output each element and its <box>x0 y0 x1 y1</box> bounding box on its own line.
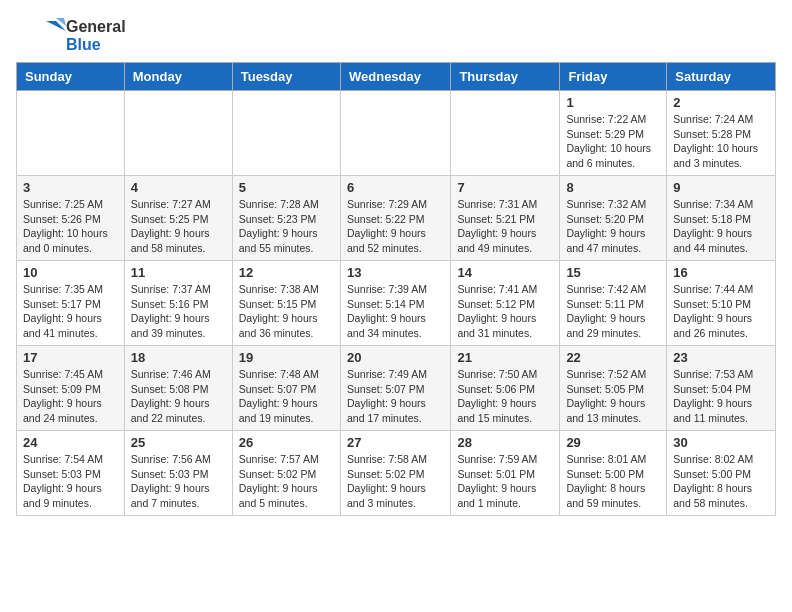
day-info: Sunrise: 7:54 AM Sunset: 5:03 PM Dayligh… <box>23 452 118 511</box>
day-number: 23 <box>673 350 769 365</box>
day-number: 19 <box>239 350 334 365</box>
day-number: 7 <box>457 180 553 195</box>
weekday-header-monday: Monday <box>124 63 232 91</box>
calendar-cell: 11Sunrise: 7:37 AM Sunset: 5:16 PM Dayli… <box>124 261 232 346</box>
day-info: Sunrise: 7:59 AM Sunset: 5:01 PM Dayligh… <box>457 452 553 511</box>
day-number: 12 <box>239 265 334 280</box>
day-number: 17 <box>23 350 118 365</box>
day-info: Sunrise: 7:32 AM Sunset: 5:20 PM Dayligh… <box>566 197 660 256</box>
day-number: 30 <box>673 435 769 450</box>
calendar-cell: 22Sunrise: 7:52 AM Sunset: 5:05 PM Dayli… <box>560 346 667 431</box>
day-number: 27 <box>347 435 444 450</box>
day-info: Sunrise: 7:34 AM Sunset: 5:18 PM Dayligh… <box>673 197 769 256</box>
day-number: 11 <box>131 265 226 280</box>
weekday-header-saturday: Saturday <box>667 63 776 91</box>
calendar-cell <box>340 91 450 176</box>
day-number: 5 <box>239 180 334 195</box>
day-info: Sunrise: 7:53 AM Sunset: 5:04 PM Dayligh… <box>673 367 769 426</box>
calendar-cell <box>17 91 125 176</box>
calendar-cell <box>232 91 340 176</box>
weekday-header-wednesday: Wednesday <box>340 63 450 91</box>
logo-blue: Blue <box>66 36 126 54</box>
day-number: 8 <box>566 180 660 195</box>
day-info: Sunrise: 7:28 AM Sunset: 5:23 PM Dayligh… <box>239 197 334 256</box>
weekday-header-tuesday: Tuesday <box>232 63 340 91</box>
calendar-cell: 12Sunrise: 7:38 AM Sunset: 5:15 PM Dayli… <box>232 261 340 346</box>
day-number: 3 <box>23 180 118 195</box>
day-info: Sunrise: 7:56 AM Sunset: 5:03 PM Dayligh… <box>131 452 226 511</box>
week-row-1: 1Sunrise: 7:22 AM Sunset: 5:29 PM Daylig… <box>17 91 776 176</box>
calendar-cell: 29Sunrise: 8:01 AM Sunset: 5:00 PM Dayli… <box>560 431 667 516</box>
calendar-cell: 9Sunrise: 7:34 AM Sunset: 5:18 PM Daylig… <box>667 176 776 261</box>
day-info: Sunrise: 7:48 AM Sunset: 5:07 PM Dayligh… <box>239 367 334 426</box>
day-info: Sunrise: 7:38 AM Sunset: 5:15 PM Dayligh… <box>239 282 334 341</box>
calendar-cell: 24Sunrise: 7:54 AM Sunset: 5:03 PM Dayli… <box>17 431 125 516</box>
logo-general: General <box>66 18 126 36</box>
day-info: Sunrise: 7:57 AM Sunset: 5:02 PM Dayligh… <box>239 452 334 511</box>
weekday-header-friday: Friday <box>560 63 667 91</box>
logo-icon <box>16 16 66 56</box>
calendar-cell: 15Sunrise: 7:42 AM Sunset: 5:11 PM Dayli… <box>560 261 667 346</box>
day-info: Sunrise: 7:46 AM Sunset: 5:08 PM Dayligh… <box>131 367 226 426</box>
weekday-header-thursday: Thursday <box>451 63 560 91</box>
day-info: Sunrise: 7:42 AM Sunset: 5:11 PM Dayligh… <box>566 282 660 341</box>
day-number: 14 <box>457 265 553 280</box>
day-info: Sunrise: 7:44 AM Sunset: 5:10 PM Dayligh… <box>673 282 769 341</box>
calendar-cell: 25Sunrise: 7:56 AM Sunset: 5:03 PM Dayli… <box>124 431 232 516</box>
day-info: Sunrise: 8:01 AM Sunset: 5:00 PM Dayligh… <box>566 452 660 511</box>
week-row-2: 3Sunrise: 7:25 AM Sunset: 5:26 PM Daylig… <box>17 176 776 261</box>
day-info: Sunrise: 7:52 AM Sunset: 5:05 PM Dayligh… <box>566 367 660 426</box>
day-info: Sunrise: 7:25 AM Sunset: 5:26 PM Dayligh… <box>23 197 118 256</box>
day-number: 18 <box>131 350 226 365</box>
day-number: 21 <box>457 350 553 365</box>
calendar-cell <box>124 91 232 176</box>
day-number: 9 <box>673 180 769 195</box>
logo: GeneralBlue <box>16 16 126 56</box>
calendar-cell: 20Sunrise: 7:49 AM Sunset: 5:07 PM Dayli… <box>340 346 450 431</box>
calendar-cell: 10Sunrise: 7:35 AM Sunset: 5:17 PM Dayli… <box>17 261 125 346</box>
day-number: 16 <box>673 265 769 280</box>
day-number: 25 <box>131 435 226 450</box>
day-number: 29 <box>566 435 660 450</box>
calendar-cell: 28Sunrise: 7:59 AM Sunset: 5:01 PM Dayli… <box>451 431 560 516</box>
calendar-cell: 19Sunrise: 7:48 AM Sunset: 5:07 PM Dayli… <box>232 346 340 431</box>
calendar-cell: 3Sunrise: 7:25 AM Sunset: 5:26 PM Daylig… <box>17 176 125 261</box>
day-number: 10 <box>23 265 118 280</box>
calendar-cell: 16Sunrise: 7:44 AM Sunset: 5:10 PM Dayli… <box>667 261 776 346</box>
day-number: 24 <box>23 435 118 450</box>
day-info: Sunrise: 7:39 AM Sunset: 5:14 PM Dayligh… <box>347 282 444 341</box>
day-info: Sunrise: 7:31 AM Sunset: 5:21 PM Dayligh… <box>457 197 553 256</box>
calendar-cell: 14Sunrise: 7:41 AM Sunset: 5:12 PM Dayli… <box>451 261 560 346</box>
day-number: 28 <box>457 435 553 450</box>
day-info: Sunrise: 7:22 AM Sunset: 5:29 PM Dayligh… <box>566 112 660 171</box>
day-info: Sunrise: 7:41 AM Sunset: 5:12 PM Dayligh… <box>457 282 553 341</box>
day-info: Sunrise: 8:02 AM Sunset: 5:00 PM Dayligh… <box>673 452 769 511</box>
calendar-cell: 6Sunrise: 7:29 AM Sunset: 5:22 PM Daylig… <box>340 176 450 261</box>
calendar-cell: 8Sunrise: 7:32 AM Sunset: 5:20 PM Daylig… <box>560 176 667 261</box>
day-number: 4 <box>131 180 226 195</box>
logo-text: GeneralBlue <box>66 18 126 53</box>
day-number: 20 <box>347 350 444 365</box>
calendar-cell: 17Sunrise: 7:45 AM Sunset: 5:09 PM Dayli… <box>17 346 125 431</box>
calendar-cell: 13Sunrise: 7:39 AM Sunset: 5:14 PM Dayli… <box>340 261 450 346</box>
day-info: Sunrise: 7:45 AM Sunset: 5:09 PM Dayligh… <box>23 367 118 426</box>
day-info: Sunrise: 7:49 AM Sunset: 5:07 PM Dayligh… <box>347 367 444 426</box>
calendar-cell: 27Sunrise: 7:58 AM Sunset: 5:02 PM Dayli… <box>340 431 450 516</box>
day-number: 22 <box>566 350 660 365</box>
calendar-cell: 23Sunrise: 7:53 AM Sunset: 5:04 PM Dayli… <box>667 346 776 431</box>
page-header: GeneralBlue <box>16 16 776 56</box>
calendar-cell: 4Sunrise: 7:27 AM Sunset: 5:25 PM Daylig… <box>124 176 232 261</box>
calendar-cell: 2Sunrise: 7:24 AM Sunset: 5:28 PM Daylig… <box>667 91 776 176</box>
week-row-5: 24Sunrise: 7:54 AM Sunset: 5:03 PM Dayli… <box>17 431 776 516</box>
day-info: Sunrise: 7:27 AM Sunset: 5:25 PM Dayligh… <box>131 197 226 256</box>
day-number: 6 <box>347 180 444 195</box>
weekday-header-sunday: Sunday <box>17 63 125 91</box>
calendar-cell: 5Sunrise: 7:28 AM Sunset: 5:23 PM Daylig… <box>232 176 340 261</box>
day-info: Sunrise: 7:35 AM Sunset: 5:17 PM Dayligh… <box>23 282 118 341</box>
calendar-cell: 18Sunrise: 7:46 AM Sunset: 5:08 PM Dayli… <box>124 346 232 431</box>
calendar-cell: 1Sunrise: 7:22 AM Sunset: 5:29 PM Daylig… <box>560 91 667 176</box>
day-number: 1 <box>566 95 660 110</box>
day-info: Sunrise: 7:37 AM Sunset: 5:16 PM Dayligh… <box>131 282 226 341</box>
calendar-cell <box>451 91 560 176</box>
day-number: 26 <box>239 435 334 450</box>
